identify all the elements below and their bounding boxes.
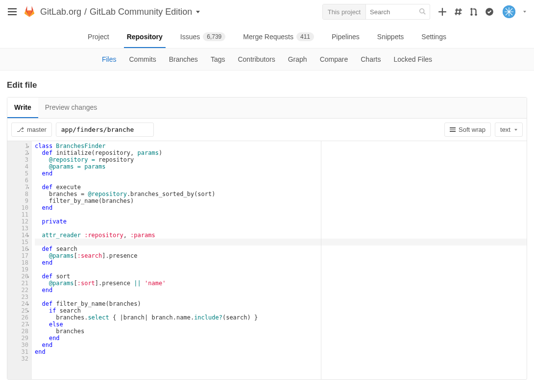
language-selector[interactable]: text <box>495 122 523 137</box>
code-line[interactable]: end <box>35 348 527 355</box>
chevron-down-icon <box>514 129 517 131</box>
line-number: 31 <box>7 348 28 355</box>
branch-name: master <box>27 126 47 133</box>
line-number: 26 <box>7 314 28 321</box>
soft-wrap-button[interactable]: Soft wrap <box>444 122 491 137</box>
user-avatar[interactable] <box>503 5 515 18</box>
code-line[interactable]: @repository = repository <box>35 156 527 163</box>
tab-preview[interactable]: Preview changes <box>38 98 104 118</box>
code-line[interactable]: private <box>35 218 527 225</box>
svg-line-1 <box>424 12 426 14</box>
breadcrumb[interactable]: GitLab.org / GitLab Community Edition <box>40 7 322 17</box>
code-line[interactable]: else <box>35 321 527 328</box>
code-line[interactable]: end <box>35 204 527 211</box>
code-line[interactable]: @params[:search].presence <box>35 252 527 259</box>
line-number: 19 <box>7 266 28 273</box>
code-line[interactable]: if search <box>35 307 527 314</box>
code-line[interactable]: branches = @repository.branches_sorted_b… <box>35 191 527 197</box>
line-number: 23 <box>7 294 28 300</box>
code-line[interactable]: def initialize(repository, params) <box>35 149 527 156</box>
subnav-tags[interactable]: Tags <box>211 55 225 63</box>
code-line[interactable] <box>35 211 527 218</box>
repository-subnav: FilesCommitsBranchesTagsContributorsGrap… <box>0 49 534 71</box>
hamburger-menu[interactable] <box>8 8 17 15</box>
code-area[interactable]: class BranchesFinder def initialize(repo… <box>32 141 527 379</box>
hash-icon[interactable] <box>454 7 462 16</box>
file-path-input[interactable] <box>56 122 154 137</box>
subnav-graph[interactable]: Graph <box>288 55 307 63</box>
todo-icon[interactable] <box>485 7 494 16</box>
gutter: 1▾2▾34567▾891011121314▾1516▾17181920▾212… <box>7 141 32 379</box>
subnav-charts[interactable]: Charts <box>361 55 381 63</box>
search-scope[interactable]: This project <box>323 4 366 19</box>
print-margin <box>321 141 321 379</box>
nav-repository[interactable]: Repository <box>124 27 166 48</box>
nav-project[interactable]: Project <box>85 27 112 48</box>
code-line[interactable]: @params[:sort].presence || 'name' <box>35 280 527 287</box>
code-line[interactable]: end <box>35 335 527 342</box>
code-line[interactable] <box>35 225 527 232</box>
code-line[interactable]: def sort <box>35 273 527 280</box>
code-line[interactable]: def filter_by_name(branches) <box>35 300 527 307</box>
subnav-branches[interactable]: Branches <box>169 55 198 63</box>
line-number: 27▾ <box>7 321 28 328</box>
nav-issues[interactable]: Issues6,739 <box>177 27 229 48</box>
code-line[interactable]: @params = params <box>35 163 527 170</box>
plus-icon[interactable] <box>438 7 447 16</box>
branch-selector[interactable]: ⎇master <box>11 122 52 137</box>
subnav-commits[interactable]: Commits <box>129 55 156 63</box>
line-number: 18 <box>7 259 28 266</box>
code-line[interactable]: filter_by_name(branches) <box>35 197 527 204</box>
nav-pipelines[interactable]: Pipelines <box>329 27 363 48</box>
code-line[interactable]: end <box>35 287 527 294</box>
line-number: 5 <box>7 170 28 177</box>
code-line[interactable] <box>35 355 527 362</box>
user-menu-caret-icon[interactable] <box>523 11 526 13</box>
soft-wrap-label: Soft wrap <box>459 126 485 133</box>
line-number: 6 <box>7 177 28 184</box>
badge: 6,739 <box>203 32 225 41</box>
line-number: 9 <box>7 197 28 204</box>
code-line[interactable] <box>35 239 527 245</box>
code-line[interactable]: end <box>35 259 527 266</box>
search-input[interactable] <box>366 8 415 16</box>
line-number: 13 <box>7 225 28 232</box>
code-line[interactable]: attr_reader :repository, :params <box>35 232 527 239</box>
gitlab-logo[interactable] <box>24 6 35 18</box>
code-editor[interactable]: 1▾2▾34567▾891011121314▾1516▾17181920▾212… <box>7 141 527 379</box>
code-line[interactable]: def execute <box>35 184 527 191</box>
line-number: 7▾ <box>7 184 28 191</box>
language-label: text <box>500 126 510 133</box>
line-number: 21 <box>7 280 28 287</box>
code-line[interactable]: end <box>35 170 527 177</box>
merge-request-icon[interactable] <box>469 7 478 16</box>
code-line[interactable] <box>35 294 527 300</box>
code-line[interactable]: branches <box>35 328 527 335</box>
code-line[interactable]: branches.select { |branch| branch.name.i… <box>35 314 527 321</box>
tab-write[interactable]: Write <box>7 98 38 118</box>
page-title: Edit file <box>7 80 527 90</box>
code-line[interactable]: end <box>35 342 527 348</box>
subnav-compare[interactable]: Compare <box>320 55 348 63</box>
svg-point-3 <box>470 13 473 16</box>
code-line[interactable] <box>35 266 527 273</box>
code-line[interactable] <box>35 177 527 184</box>
line-number: 3 <box>7 156 28 163</box>
breadcrumb-caret-icon[interactable] <box>196 11 200 13</box>
subnav-locked-files[interactable]: Locked Files <box>393 55 432 63</box>
nav-merge-requests[interactable]: Merge Requests411 <box>240 27 317 48</box>
subnav-contributors[interactable]: Contributors <box>238 55 275 63</box>
line-number: 17 <box>7 252 28 259</box>
nav-snippets[interactable]: Snippets <box>374 27 407 48</box>
breadcrumb-project[interactable]: GitLab Community Edition <box>90 7 192 17</box>
global-search[interactable]: This project <box>322 4 430 20</box>
search-icon[interactable] <box>415 8 430 16</box>
subnav-files[interactable]: Files <box>102 55 117 63</box>
code-line[interactable]: def search <box>35 245 527 252</box>
code-line[interactable]: class BranchesFinder <box>35 143 527 149</box>
breadcrumb-separator: / <box>84 7 87 17</box>
soft-wrap-icon <box>450 127 456 132</box>
nav-settings[interactable]: Settings <box>418 27 449 48</box>
project-nav: ProjectRepositoryIssues6,739Merge Reques… <box>0 24 534 49</box>
breadcrumb-org[interactable]: GitLab.org <box>40 7 81 17</box>
